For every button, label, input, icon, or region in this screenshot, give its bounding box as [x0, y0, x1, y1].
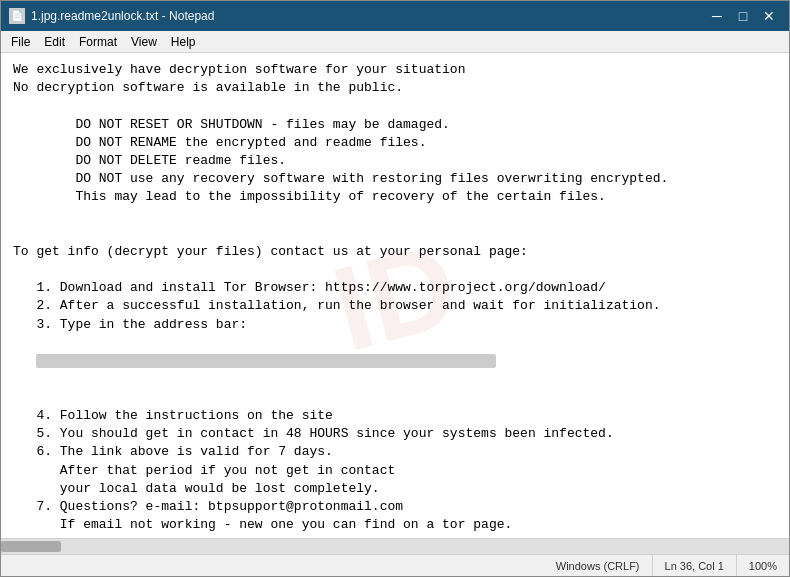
scrollbar-thumb[interactable] — [1, 541, 61, 552]
position-status: Ln 36, Col 1 — [653, 555, 737, 576]
menu-format[interactable]: Format — [73, 33, 123, 51]
title-bar-controls: ─ □ ✕ — [705, 6, 781, 26]
encoding-status: Windows (CRLF) — [544, 555, 653, 576]
title-bar-left: 📄 1.jpg.readme2unlock.txt - Notepad — [9, 8, 214, 24]
window-title: 1.jpg.readme2unlock.txt - Notepad — [31, 9, 214, 23]
title-bar: 📄 1.jpg.readme2unlock.txt - Notepad ─ □ … — [1, 1, 789, 31]
text-content[interactable]: ID We exclusively have decryption softwa… — [1, 53, 789, 538]
menu-help[interactable]: Help — [165, 33, 202, 51]
status-bar: Windows (CRLF) Ln 36, Col 1 100% — [1, 554, 789, 576]
close-button[interactable]: ✕ — [757, 6, 781, 26]
text-body: We exclusively have decryption software … — [13, 61, 777, 538]
blurred-url — [36, 354, 496, 368]
horizontal-scrollbar[interactable] — [1, 538, 789, 554]
menu-view[interactable]: View — [125, 33, 163, 51]
menu-edit[interactable]: Edit — [38, 33, 71, 51]
main-window: 📄 1.jpg.readme2unlock.txt - Notepad ─ □ … — [0, 0, 790, 577]
menu-file[interactable]: File — [5, 33, 36, 51]
scrollbar-track[interactable] — [1, 539, 789, 554]
minimize-button[interactable]: ─ — [705, 6, 729, 26]
maximize-button[interactable]: □ — [731, 6, 755, 26]
zoom-status: 100% — [737, 555, 789, 576]
notepad-icon: 📄 — [9, 8, 25, 24]
menu-bar: File Edit Format View Help — [1, 31, 789, 53]
